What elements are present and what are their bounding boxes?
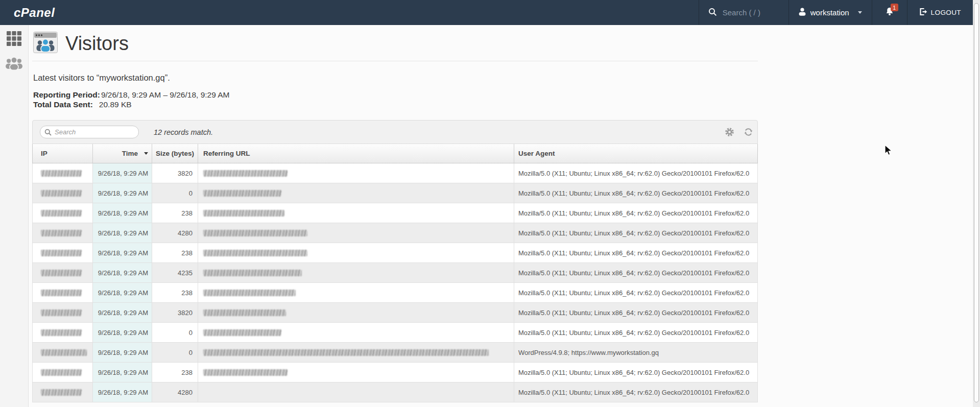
reporting-period-label: Reporting Period: (33, 90, 100, 99)
referring-url-cell (198, 223, 514, 243)
table-search[interactable] (40, 126, 139, 138)
user-agent-cell: Mozilla/5.0 (X11; Ubuntu; Linux x86_64; … (514, 283, 757, 302)
column-header-time[interactable]: Time (93, 144, 152, 163)
vertical-scrollbar[interactable] (973, 0, 980, 407)
notification-badge: 1 (891, 4, 898, 11)
ip-cell (33, 243, 93, 262)
user-icon (799, 8, 806, 17)
reporting-period-line: Reporting Period:9/26/18, 9:29 AM – 9/26… (33, 90, 230, 100)
ip-cell (33, 183, 93, 203)
records-match-text: 12 records match. (154, 128, 213, 136)
redacted-ip (41, 250, 82, 256)
referring-url-cell (198, 263, 514, 282)
time-cell: 9/26/18, 9:29 AM (93, 363, 152, 382)
redacted-ip (41, 190, 82, 197)
table-toolbar: 12 records match. (32, 120, 758, 144)
mouse-cursor (885, 145, 896, 159)
redacted-ip (41, 329, 82, 336)
ip-cell (33, 382, 93, 402)
table-row: 9/26/18, 9:29 AM238Mozilla/5.0 (X11; Ubu… (33, 283, 757, 303)
redacted-url (203, 190, 281, 197)
table-row: 9/26/18, 9:29 AM4280Mozilla/5.0 (X11; Ub… (33, 382, 757, 402)
table-row: 9/26/18, 9:29 AM0WordPress/4.9.8; https:… (33, 343, 757, 363)
sidebar-item-apps[interactable] (0, 28, 28, 51)
time-cell: 9/26/18, 9:29 AM (93, 323, 152, 342)
global-search-placeholder: Search ( / ) (723, 8, 760, 17)
user-agent-cell: Mozilla/5.0 (X11; Ubuntu; Linux x86_64; … (514, 223, 757, 243)
user-menu-label: workstation (810, 8, 849, 17)
redacted-ip (41, 230, 82, 236)
scrollbar-thumb[interactable] (974, 3, 979, 402)
referring-url-cell (198, 243, 514, 262)
redacted-ip (41, 369, 82, 376)
size-cell: 238 (152, 363, 198, 382)
referring-url-cell (198, 343, 514, 362)
user-agent-cell: Mozilla/5.0 (X11; Ubuntu; Linux x86_64; … (514, 263, 757, 282)
column-header-referring-url[interactable]: Referring URL (198, 144, 514, 163)
size-cell: 3820 (152, 163, 198, 183)
sidebar-item-user-manager[interactable] (0, 53, 28, 76)
size-cell: 0 (152, 323, 198, 342)
size-cell: 0 (152, 343, 198, 362)
redacted-url (203, 349, 489, 356)
size-cell: 4235 (152, 263, 198, 282)
chevron-down-icon (858, 11, 862, 14)
time-cell: 9/26/18, 9:29 AM (93, 283, 152, 302)
notifications-button[interactable]: 1 (872, 0, 907, 25)
redacted-url (203, 230, 307, 236)
column-header-size[interactable]: Size (bytes) (152, 144, 198, 163)
topbar: cPanel Search ( / ) workstation 1 LOGOU (0, 0, 973, 25)
user-agent-cell: Mozilla/5.0 (X11; Ubuntu; Linux x86_64; … (514, 203, 757, 223)
refresh-icon[interactable] (744, 127, 753, 137)
redacted-url (203, 210, 284, 217)
size-cell: 238 (152, 283, 198, 302)
redacted-ip (41, 210, 82, 217)
main-content: Visitors Latest visitors to “myworkstati… (29, 25, 973, 407)
global-search[interactable]: Search ( / ) (699, 0, 788, 25)
apps-grid-icon (7, 31, 21, 48)
redacted-ip (41, 290, 82, 296)
column-header-user-agent[interactable]: User Agent (514, 144, 757, 163)
user-agent-cell: Mozilla/5.0 (X11; Ubuntu; Linux x86_64; … (514, 382, 757, 402)
table-header: IP Time Size (bytes) Referring URL User … (32, 144, 758, 163)
size-cell: 3820 (152, 303, 198, 322)
title-divider (32, 61, 758, 61)
redacted-url (203, 309, 286, 316)
user-agent-cell: WordPress/4.9.8; https://www.myworkstati… (514, 343, 757, 362)
time-cell: 9/26/18, 9:29 AM (93, 183, 152, 203)
sidebar (0, 25, 29, 407)
table-row: 9/26/18, 9:29 AM0Mozilla/5.0 (X11; Ubunt… (33, 183, 757, 203)
ip-cell (33, 283, 93, 302)
redacted-url (203, 170, 288, 177)
size-cell: 0 (152, 183, 198, 203)
table-body: 9/26/18, 9:29 AM3820Mozilla/5.0 (X11; Ub… (32, 163, 758, 402)
ip-cell (33, 303, 93, 322)
column-header-ip[interactable]: IP (33, 144, 93, 163)
user-agent-cell: Mozilla/5.0 (X11; Ubuntu; Linux x86_64; … (514, 243, 757, 262)
user-menu[interactable]: workstation (788, 0, 872, 25)
logout-button[interactable]: LOGOUT (907, 0, 973, 25)
search-icon (708, 8, 717, 18)
redacted-url (203, 329, 281, 336)
referring-url-cell (198, 183, 514, 203)
redacted-url (203, 250, 307, 256)
time-cell: 9/26/18, 9:29 AM (93, 203, 152, 223)
search-input[interactable] (55, 128, 134, 136)
referring-url-cell (198, 363, 514, 382)
redacted-url (203, 270, 302, 276)
redacted-url (203, 369, 288, 376)
page-header: Visitors (33, 32, 129, 55)
time-cell: 9/26/18, 9:29 AM (93, 163, 152, 183)
table-row: 9/26/18, 9:29 AM4280Mozilla/5.0 (X11; Ub… (33, 223, 757, 243)
user-manager-icon (5, 57, 23, 73)
cpanel-logo[interactable]: cPanel (14, 6, 55, 20)
gear-icon[interactable] (725, 127, 734, 137)
ip-cell (33, 223, 93, 243)
ip-cell (33, 323, 93, 342)
referring-url-cell (198, 323, 514, 342)
user-agent-cell: Mozilla/5.0 (X11; Ubuntu; Linux x86_64; … (514, 183, 757, 203)
time-cell: 9/26/18, 9:29 AM (93, 223, 152, 243)
ip-cell (33, 163, 93, 183)
logout-icon (919, 8, 927, 17)
total-data-line: Total Data Sent:20.89 KB (33, 100, 230, 109)
